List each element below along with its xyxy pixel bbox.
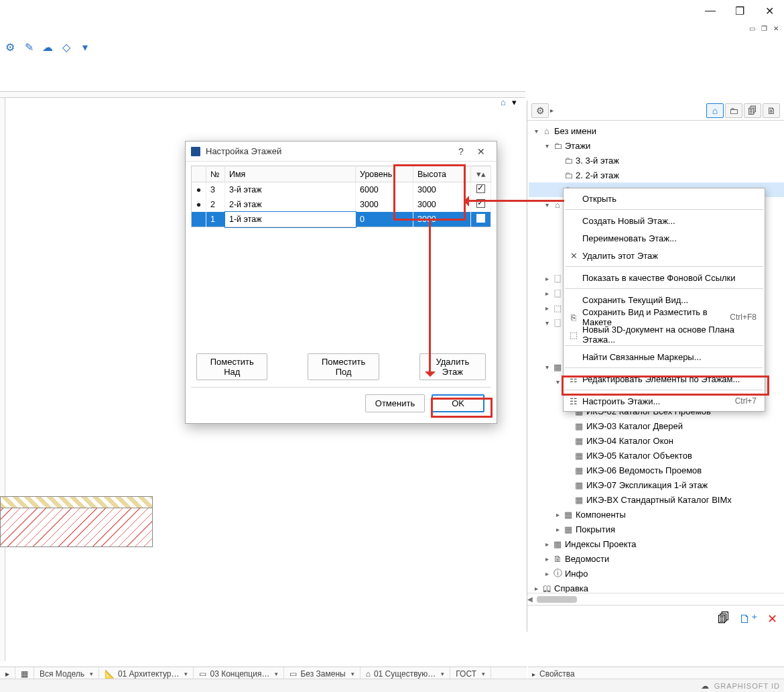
- menu-item-label: Новый 3D-документ на основе Плана Этажа.…: [582, 325, 757, 345]
- story-name-edit[interactable]: 1-й этаж: [225, 212, 356, 227]
- menu-item[interactable]: ✕Удалить этот Этаж: [564, 247, 765, 264]
- tree-help[interactable]: ▸🕮 Справка: [529, 581, 784, 593]
- table-row[interactable]: ●22-й этаж30003000: [192, 197, 491, 212]
- tree-element-item[interactable]: ▦ИКЭ-04 Каталог Окон: [529, 433, 784, 448]
- menu-item-label: Найти Связанные Маркеры...: [582, 352, 702, 362]
- tree-stories-node[interactable]: ▾🗀 Этажи: [529, 138, 784, 153]
- navigator-tab-publisher[interactable]: 🗎: [763, 103, 780, 118]
- navigator-tab-view-map[interactable]: 🗀: [725, 103, 742, 118]
- menu-item[interactable]: Сохранить Текущий Вид...: [564, 291, 765, 308]
- story-height[interactable]: 3000: [413, 212, 471, 227]
- navigator-new-item-icon[interactable]: 🗋⁺: [739, 612, 758, 626]
- window-close-button[interactable]: ✕: [755, 0, 784, 21]
- tree-info[interactable]: ▸ⓘ Инфо: [529, 566, 784, 581]
- story-height[interactable]: 3000: [413, 182, 471, 198]
- story-table[interactable]: № Имя Уровень Высота ▾▴ ●33-й этаж600030…: [191, 166, 491, 227]
- navigator-delete-icon[interactable]: ✕: [767, 612, 777, 626]
- menu-item[interactable]: Открыть: [564, 190, 765, 207]
- story-visible-checkbox[interactable]: [471, 212, 491, 227]
- navigator-hscroll[interactable]: ◀: [527, 593, 784, 605]
- tree-story-3[interactable]: 🗀 3. 3-й этаж: [529, 153, 784, 168]
- dock-close-icon[interactable]: ✕: [771, 23, 781, 34]
- menu-item[interactable]: Создать Новый Этаж...: [564, 212, 765, 229]
- canvas-ruler-top: [0, 91, 525, 98]
- table-header-row: № Имя Уровень Высота ▾▴: [192, 166, 491, 182]
- navigator-settings-button[interactable]: ⚙: [531, 103, 549, 118]
- ok-button[interactable]: OK: [432, 394, 484, 412]
- story-level: 6000: [356, 182, 413, 198]
- tree-element-item[interactable]: ▦ИКЭ-07 Экспликация 1-й этаж: [529, 477, 784, 492]
- tree-story-2[interactable]: 🗀 2. 2-й этаж: [529, 168, 784, 182]
- menu-item[interactable]: ⎘Сохранить Вид и Разместить в МакетеCtrl…: [564, 308, 765, 326]
- menu-item[interactable]: ☷Настроить Этажи...Ctrl+7: [564, 392, 765, 410]
- dock-restore-icon[interactable]: ❐: [759, 23, 769, 34]
- secondary-toolbar: ⚙ ✎ ☁ ◇ ▾: [0, 38, 92, 56]
- tool-icon-2[interactable]: ✎: [21, 40, 36, 54]
- menu-item-icon: ⬚: [568, 330, 580, 340]
- navigator-tab-project-map[interactable]: ⌂: [706, 103, 724, 118]
- table-row[interactable]: 11-й этаж03000: [192, 212, 491, 227]
- col-num: №: [206, 166, 225, 182]
- story-level: 0: [356, 212, 413, 227]
- menu-separator: [565, 345, 763, 346]
- tree-surfaces[interactable]: ▸▦ Покрытия: [529, 522, 784, 536]
- canvas-ruler-left: [0, 98, 5, 661]
- plan-view-dropdown[interactable]: ⌂ ▾: [497, 94, 517, 110]
- menu-item[interactable]: Найти Связанные Маркеры...: [564, 348, 765, 365]
- story-name: 3-й этаж: [225, 182, 356, 198]
- tree-element-item[interactable]: ▦ИКЭ-BX Стандартный Каталог BIMx: [529, 492, 784, 507]
- menu-item-icon: ☷: [568, 396, 580, 406]
- window-maximize-button[interactable]: ❐: [725, 0, 755, 21]
- tree-element-item[interactable]: ▦ИКЭ-03 Каталог Дверей: [529, 418, 784, 433]
- menu-item[interactable]: ⬚Новый 3D-документ на основе Плана Этажа…: [564, 326, 765, 343]
- navigator-new-view-icon[interactable]: 🗐: [718, 612, 730, 626]
- dialog-help-button[interactable]: ?: [451, 146, 471, 157]
- tree-project-indexes[interactable]: ▸▦ Индексы Проекта: [529, 536, 784, 551]
- cancel-button[interactable]: Отменить: [365, 394, 425, 412]
- tool-icon-1[interactable]: ⚙: [3, 40, 17, 54]
- menu-item-label: Удалить этот Этаж: [582, 251, 658, 261]
- col-level: Уровень: [356, 166, 413, 182]
- menu-item[interactable]: ☷Редактировать Элементы по Этажам...: [564, 370, 765, 388]
- tree-components[interactable]: ▸▦ Компоненты: [529, 507, 784, 522]
- tool-icon-4[interactable]: ◇: [59, 40, 74, 54]
- status-bar: ☁ GRAPHISOFT ID: [0, 679, 784, 692]
- tool-icon-3[interactable]: ☁: [40, 40, 55, 54]
- story-name: 2-й этаж: [225, 197, 356, 212]
- table-row[interactable]: ●33-й этаж60003000: [192, 182, 491, 198]
- navigator-tab-layout-book[interactable]: 🗐: [744, 103, 761, 118]
- menu-item-label: Настроить Этажи...: [582, 396, 660, 406]
- menu-item-shortcut: Ctrl+7: [735, 396, 757, 406]
- tree-lists[interactable]: ▸🗎 Ведомости: [529, 551, 784, 566]
- tool-icon-dd[interactable]: ▾: [78, 40, 92, 54]
- menu-item-icon: ⎘: [568, 312, 580, 323]
- tree-root-label: Без имени: [553, 126, 596, 136]
- app-logo-icon: [191, 147, 200, 156]
- dock-minimize-icon[interactable]: ▭: [746, 23, 757, 34]
- story-context-menu[interactable]: ОткрытьСоздать Новый Этаж...Переименоват…: [563, 188, 765, 412]
- tree-element-item[interactable]: ▦ИКЭ-06 Ведомость Проемов: [529, 463, 784, 477]
- window-minimize-button[interactable]: —: [696, 0, 725, 21]
- menu-separator: [565, 266, 763, 267]
- tree-element-item[interactable]: ▦ИКЭ-05 Каталог Объектов: [529, 448, 784, 463]
- menu-item-label: Переименовать Этаж...: [582, 233, 677, 243]
- dialog-close-button[interactable]: ✕: [471, 146, 491, 157]
- menu-separator: [565, 390, 763, 390]
- story-visible-checkbox[interactable]: [471, 182, 491, 198]
- menu-item[interactable]: Переименовать Этаж...: [564, 229, 765, 247]
- story-number: 1: [206, 212, 225, 227]
- col-visibility-icon: ▾▴: [471, 166, 491, 182]
- cloud-status-icon[interactable]: ☁: [701, 681, 709, 691]
- tree-root[interactable]: ▾⌂ Без имени: [529, 123, 784, 138]
- chevron-down-icon: ▾: [512, 97, 517, 107]
- story-marker: [192, 212, 206, 227]
- insert-below-button[interactable]: Поместить Под: [308, 353, 379, 380]
- story-number: 3: [206, 182, 225, 198]
- menu-separator: [565, 367, 763, 368]
- properties-label: Свойства: [539, 669, 575, 679]
- annotation-arrow-to-dialog: [465, 200, 564, 202]
- story-settings-dialog: Настройка Этажей ? ✕ № Имя Уровень Высот…: [185, 141, 497, 424]
- menu-item[interactable]: Показать в качестве Фоновой Ссылки: [564, 269, 765, 286]
- story-marker: ●: [192, 182, 206, 198]
- insert-above-button[interactable]: Поместить Над: [196, 353, 267, 380]
